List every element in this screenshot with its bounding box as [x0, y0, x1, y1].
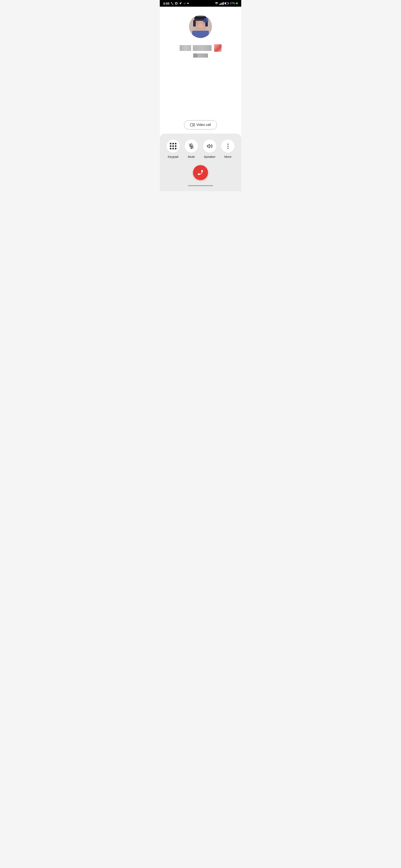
avatar-section: [189, 15, 212, 38]
speaker-circle: [203, 140, 217, 153]
keypad-label: Keypad: [168, 155, 178, 158]
camera-icon: [175, 2, 178, 5]
svg-marker-18: [193, 124, 195, 126]
battery-icon: [225, 2, 229, 5]
video-call-button[interactable]: Video call: [184, 120, 217, 129]
more-icon: [227, 144, 228, 149]
video-call-label: Video call: [196, 123, 211, 127]
status-bar: 3:05: [160, 0, 241, 7]
phone-icon: [171, 2, 174, 5]
end-call-icon: [197, 169, 204, 176]
svg-rect-15: [203, 19, 206, 22]
more-label: More: [224, 155, 231, 158]
home-indicator: [188, 185, 213, 186]
call-screen: Video call Keypad: [160, 7, 241, 191]
status-time: 3:05: [163, 2, 169, 5]
wifi-icon: [215, 2, 218, 5]
contact-name-row: [180, 44, 222, 52]
svg-rect-11: [198, 24, 203, 28]
contact-status: [193, 54, 208, 58]
speaker-label: Speaker: [204, 155, 216, 158]
contact-emoji: [214, 44, 222, 52]
svg-marker-23: [207, 145, 209, 148]
controls-row: Keypad Mute: [164, 140, 237, 158]
keypad-circle: [167, 140, 180, 153]
speaker-icon: [207, 143, 212, 149]
notification-dot: [187, 3, 189, 4]
speaker-control[interactable]: Speaker: [202, 140, 217, 158]
end-call-section: [193, 165, 208, 180]
end-call-button[interactable]: [193, 165, 208, 180]
svg-rect-3: [228, 3, 229, 4]
send-icon: [179, 2, 182, 5]
more-control[interactable]: More: [221, 140, 235, 158]
check-icon: [183, 2, 186, 5]
signal-bars: [219, 2, 224, 5]
keypad-control[interactable]: Keypad: [166, 140, 180, 158]
keypad-icon: [170, 143, 176, 150]
svg-rect-4: [225, 3, 226, 4]
mute-label: Mute: [188, 155, 195, 158]
contact-avatar: [189, 15, 212, 38]
svg-rect-1: [176, 3, 177, 4]
avatar-image: [189, 15, 212, 38]
name-block-last: [193, 45, 211, 51]
name-block-first: [180, 45, 191, 51]
svg-rect-17: [191, 124, 193, 126]
mute-circle: [184, 140, 198, 153]
controls-panel: Keypad Mute: [160, 133, 241, 191]
mute-control[interactable]: Mute: [184, 140, 199, 158]
contact-info: [180, 44, 222, 58]
video-call-section: Video call: [184, 58, 217, 129]
battery-indicator-dot: [236, 2, 238, 4]
more-circle: [221, 140, 234, 153]
mute-icon: [189, 143, 194, 149]
battery-text: 27%: [230, 2, 235, 5]
svg-rect-16: [192, 31, 209, 38]
svg-rect-12: [193, 20, 196, 27]
svg-rect-9: [195, 21, 198, 24]
video-call-icon: [190, 123, 195, 127]
